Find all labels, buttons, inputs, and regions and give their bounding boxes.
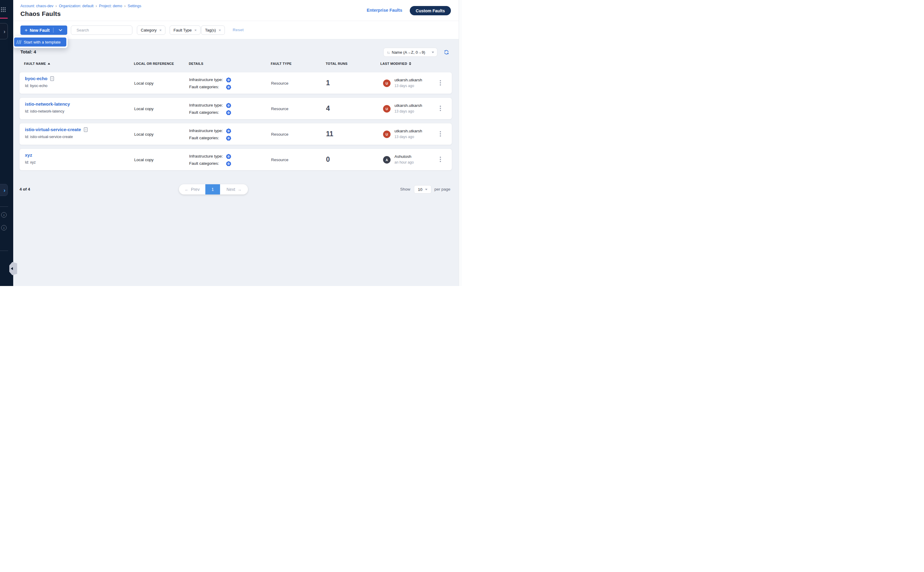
- breadcrumb: Account: chaos-dev › Organization: defau…: [20, 4, 141, 8]
- next-page-button[interactable]: Next →: [220, 184, 248, 194]
- pagination-count: 4 of 4: [20, 187, 30, 191]
- table-row: istio-network-latency Id: istio-network-…: [19, 98, 452, 120]
- sidebar-expand-top-button[interactable]: ›: [0, 23, 8, 39]
- per-page-label: per page: [434, 187, 450, 191]
- menu-item-start-with-template[interactable]: Start with a template: [14, 37, 66, 47]
- per-page-select[interactable]: 10: [414, 185, 431, 194]
- fault-type: Resource: [271, 81, 288, 85]
- row-menu-button[interactable]: [438, 106, 442, 111]
- info-icon[interactable]: i: [1, 225, 6, 230]
- nav-accent-line: [0, 18, 8, 19]
- kubernetes-icon: [226, 154, 231, 159]
- table-row: byoc-echo Id: byoc-echo Local copy Infra…: [19, 72, 452, 94]
- fault-name-link[interactable]: istio-network-latency: [25, 101, 70, 107]
- local-or-reference: Local copy: [134, 157, 154, 162]
- fault-categories-label: Fault categories:: [189, 136, 219, 140]
- modified-time: 13 days ago: [394, 135, 414, 139]
- local-or-reference: Local copy: [134, 132, 154, 137]
- scrollbar-gutter[interactable]: [459, 0, 462, 286]
- column-header-last-modified[interactable]: LAST MODIFIED: [380, 62, 411, 65]
- fault-type: Resource: [271, 157, 288, 162]
- reset-filters-link[interactable]: Reset: [233, 28, 244, 32]
- chat-bubble-icon[interactable]: [461, 281, 462, 286]
- row-menu-button[interactable]: [438, 80, 442, 85]
- template-icon: [16, 40, 21, 44]
- filter-chip-category[interactable]: Category ×: [137, 25, 165, 35]
- kubernetes-icon: [226, 85, 231, 90]
- fault-id: Id: istio-network-latency: [25, 109, 64, 113]
- page-1-button[interactable]: 1: [205, 184, 220, 194]
- row-menu-button[interactable]: [438, 131, 442, 137]
- new-fault-button[interactable]: + New Fault: [20, 25, 67, 35]
- infrastructure-type-label: Infrastructure type:: [189, 103, 223, 107]
- pager: ← Prev 1 Next →: [179, 184, 248, 194]
- arrow-right-icon: →: [237, 187, 241, 192]
- new-fault-dropdown-toggle[interactable]: [53, 29, 67, 31]
- breadcrumb-separator: ›: [96, 4, 97, 8]
- close-icon[interactable]: ×: [219, 28, 221, 33]
- triangle-left-icon: [11, 267, 13, 270]
- fault-id: Id: xyz: [25, 160, 36, 165]
- prev-page-button[interactable]: ← Prev: [179, 184, 205, 194]
- sort-select[interactable]: ↑↓ Name (A→Z, 0→9): [383, 48, 437, 57]
- modified-by-user: utkarsh.utkarsh: [394, 78, 422, 82]
- filter-chip-tags[interactable]: Tag(s) ×: [201, 25, 225, 35]
- sort-both-icon: [409, 62, 411, 65]
- table-row: xyz Id: xyz Local copy Infrastructure ty…: [19, 149, 452, 171]
- column-header-total-runs: TOTAL RUNS: [326, 62, 348, 65]
- arrow-left-icon: ←: [185, 187, 189, 192]
- breadcrumb-org-link[interactable]: Organization: default: [59, 4, 93, 8]
- table-row: istio-virtual-service-create Id: istio-v…: [19, 123, 452, 145]
- table-header-row: FAULT NAME LOCAL OR REFERENCE DETAILS FA…: [13, 62, 462, 67]
- close-icon[interactable]: ×: [159, 28, 162, 33]
- custom-faults-button[interactable]: Custom Faults: [410, 6, 451, 15]
- column-header-fault-name[interactable]: FAULT NAME: [24, 62, 50, 65]
- main-area: Account: chaos-dev › Organization: defau…: [13, 0, 462, 286]
- fault-name-link[interactable]: istio-virtual-service-create: [25, 127, 81, 132]
- chevron-down-icon: [432, 51, 434, 53]
- infrastructure-type-label: Infrastructure type:: [189, 78, 223, 82]
- chevron-down-icon: [425, 189, 428, 190]
- info-icon[interactable]: i: [1, 212, 6, 218]
- infrastructure-type-label: Infrastructure type:: [189, 129, 223, 133]
- chevron-down-icon: [59, 29, 62, 31]
- left-nav-sidebar: › › i i: [0, 0, 13, 286]
- page-title: Chaos Faults: [20, 10, 61, 17]
- breadcrumb-project-link[interactable]: Project: demo: [99, 4, 122, 8]
- fault-type: Resource: [271, 107, 288, 111]
- breadcrumb-settings-link[interactable]: Settings: [128, 4, 141, 8]
- app-launcher-icon[interactable]: [1, 7, 6, 12]
- sort-asc-icon: [48, 63, 50, 65]
- local-or-reference: Local copy: [134, 81, 154, 85]
- fault-id: Id: byoc-echo: [25, 84, 47, 88]
- column-header-details: DETAILS: [189, 62, 203, 65]
- fault-categories-label: Fault categories:: [189, 161, 219, 166]
- document-icon[interactable]: [50, 76, 54, 81]
- filter-chip-fault-type[interactable]: Fault Type ×: [170, 25, 201, 35]
- breadcrumb-account-link[interactable]: Account: chaos-dev: [20, 4, 53, 8]
- sidebar-expand-bottom-button[interactable]: ›: [0, 184, 8, 196]
- breadcrumb-separator: ›: [56, 4, 57, 8]
- faults-list-section: Total: 4 ↑↓ Name (A→Z, 0→9) FAULT NAME L…: [13, 39, 462, 286]
- enterprise-faults-link[interactable]: Enterprise Faults: [367, 8, 402, 12]
- local-or-reference: Local copy: [134, 107, 154, 111]
- avatar: U: [383, 131, 390, 138]
- avatar: U: [383, 79, 390, 87]
- kubernetes-icon: [226, 78, 231, 82]
- row-menu-button[interactable]: [438, 157, 442, 162]
- total-runs: 0: [326, 155, 330, 163]
- close-icon[interactable]: ×: [194, 28, 197, 33]
- infrastructure-type-label: Infrastructure type:: [189, 154, 223, 159]
- refresh-button[interactable]: [444, 50, 449, 55]
- chaos-faults-page: › › i i Account: chaos-dev › Organizatio…: [0, 0, 462, 286]
- document-icon[interactable]: [84, 127, 88, 132]
- fault-name-link[interactable]: byoc-echo: [25, 76, 47, 81]
- fault-id: Id: istio-virtual-service-create: [25, 135, 73, 139]
- fault-type: Resource: [271, 132, 288, 137]
- total-runs: 4: [326, 104, 330, 112]
- fault-name-link[interactable]: xyz: [25, 152, 32, 157]
- search-input[interactable]: [76, 28, 129, 33]
- avatar: A: [383, 156, 390, 163]
- chevron-right-icon: ›: [4, 28, 8, 34]
- fault-categories-label: Fault categories:: [189, 85, 219, 89]
